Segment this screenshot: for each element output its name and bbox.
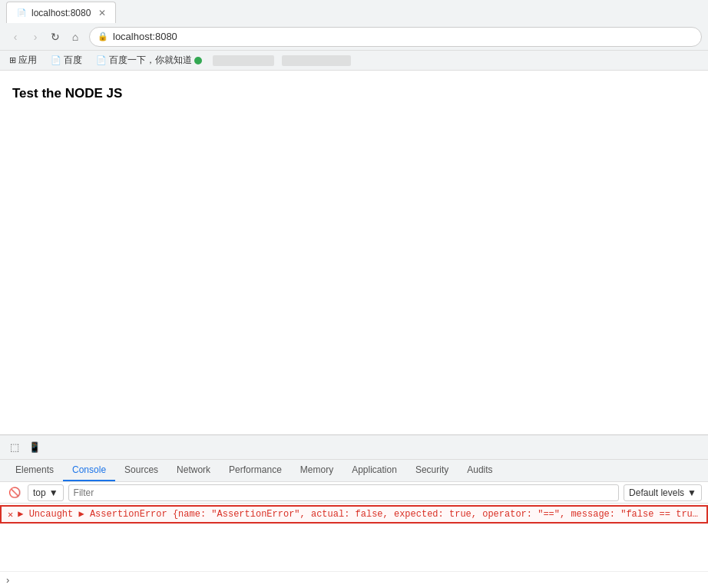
reload-button[interactable]: ↻ [46,28,65,46]
tabs-row: 📄 localhost:8080 ✕ [0,0,708,23]
bookmark-apps[interactable]: ⊞ 应用 [6,52,40,68]
nav-buttons: ‹ › ↻ ⌂ [6,28,84,46]
console-input[interactable] [14,575,702,586]
console-block-button[interactable]: 🚫 [6,484,23,501]
bookmark-baidu-label: 百度 [64,54,82,67]
bookmark-baidu-search-label: 百度一下，你就知道 [109,54,192,67]
devtools-panel: ⬚ 📱 Elements Console Sources Network Per… [0,434,708,588]
devtools-tabs: Elements Console Sources Network Perform… [0,460,708,482]
bookmark-baidu[interactable]: 📄 百度 [48,52,85,68]
address-bar-input[interactable] [113,31,693,42]
console-context-select[interactable]: top ▼ [28,484,64,501]
tab-network[interactable]: Network [167,460,220,481]
console-error-message: ✕ ▶ Uncaught ▶ AssertionError {name: "As… [0,505,708,524]
back-button[interactable]: ‹ [6,28,25,46]
tab-console[interactable]: Console [63,460,115,481]
tab-performance[interactable]: Performance [220,460,291,481]
tab-audits[interactable]: Audits [458,460,501,481]
devtools-device-button[interactable]: 📱 [26,439,43,456]
tab-close-button[interactable]: ✕ [98,8,106,18]
console-filter-input[interactable] [68,484,619,501]
error-icon: ✕ [8,509,13,520]
apps-icon: ⊞ [9,55,16,65]
bookmark-baidu-icon: 📄 [51,55,61,65]
console-level-arrow: ▼ [687,487,696,498]
devtools-console: 🚫 top ▼ Default levels ▼ ✕ ▶ Uncaught ▶ … [0,482,708,588]
home-button[interactable]: ⌂ [66,28,84,46]
address-bar-lock-icon: 🔒 [98,31,108,41]
console-context-arrow: ▼ [49,487,58,498]
tab-title: localhost:8080 [31,8,91,18]
address-bar-container: 🔒 [89,27,702,47]
tab-application[interactable]: Application [342,460,406,481]
tab-memory[interactable]: Memory [291,460,342,481]
browser-chrome: 📄 localhost:8080 ✕ ‹ › ↻ ⌂ 🔒 ⊞ 应用 📄 百度 📄 [0,0,708,71]
console-level-value: Default levels [629,487,684,498]
browser-tab-active[interactable]: 📄 localhost:8080 ✕ [6,2,116,23]
bookmark-baidu-search-icon: 📄 [96,55,107,65]
console-prompt-icon: › [6,574,9,586]
page-content: Test the NODE JS [0,71,708,434]
forward-button[interactable]: › [26,28,45,46]
green-status-dot [194,57,202,64]
devtools-toolbar: ⬚ 📱 [0,435,708,460]
bookmark-apps-label: 应用 [18,54,37,67]
browser-toolbar: ‹ › ↻ ⌂ 🔒 [0,23,708,51]
bookmark-blurred-1 [213,55,274,66]
tab-elements[interactable]: Elements [6,460,63,481]
error-text: ▶ Uncaught ▶ AssertionError {name: "Asse… [18,508,700,520]
console-context-value: top [33,487,46,498]
tab-favicon: 📄 [16,8,27,18]
bookmark-baidu-search[interactable]: 📄 百度一下，你就知道 [93,52,205,68]
console-toolbar: 🚫 top ▼ Default levels ▼ [0,482,708,504]
console-input-row: › [0,571,708,588]
console-level-select[interactable]: Default levels ▼ [624,484,702,501]
bookmarks-bar: ⊞ 应用 📄 百度 📄 百度一下，你就知道 [0,51,708,71]
devtools-inspect-button[interactable]: ⬚ [6,439,23,456]
page-title: Test the NODE JS [12,86,696,101]
console-messages: ✕ ▶ Uncaught ▶ AssertionError {name: "As… [0,504,708,571]
tab-security[interactable]: Security [406,460,458,481]
tab-sources[interactable]: Sources [115,460,167,481]
bookmark-blurred-2 [282,55,351,66]
